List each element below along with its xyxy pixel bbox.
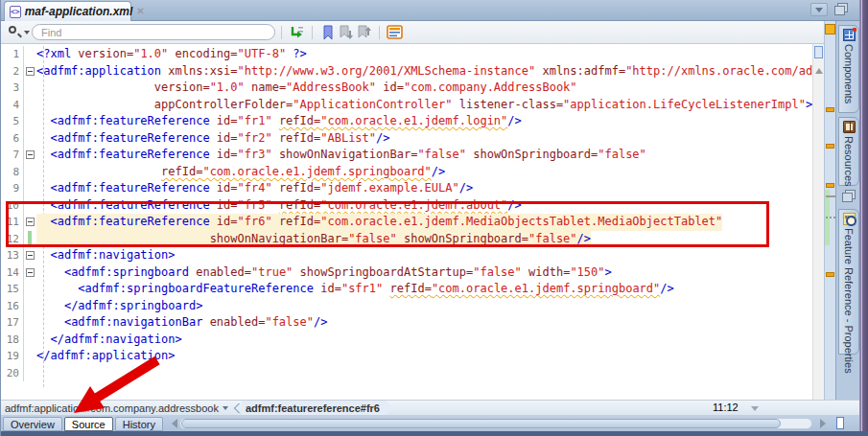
xml-file-icon: <>: [10, 6, 21, 18]
tab-overview[interactable]: Overview: [3, 417, 62, 431]
find-input[interactable]: [32, 24, 275, 40]
code-line[interactable]: 6 <adfmf:featureReference id="fr2" refId…: [1, 130, 812, 148]
warning-marker[interactable]: [826, 183, 834, 188]
toggle-bookmark-icon[interactable]: [318, 23, 337, 41]
fold-collapse-icon[interactable]: [26, 268, 35, 277]
resources-icon: [843, 121, 856, 133]
code-line[interactable]: 10 <adfmf:featureReference id="fr5" refI…: [1, 197, 812, 215]
line-number: 14: [1, 264, 24, 282]
line-number: 12: [1, 231, 24, 248]
horizontal-scrollbar[interactable]: [167, 417, 844, 429]
breadcrumb-item[interactable]: adfmf:featurereference#fr6: [242, 401, 393, 415]
highlight-occurrences-icon[interactable]: [386, 23, 404, 41]
scroll-left-icon[interactable]: [167, 419, 177, 428]
dock-tab-resources[interactable]: Resources: [838, 117, 859, 186]
close-tab-icon[interactable]: ✕: [136, 7, 144, 16]
fold-collapse-icon[interactable]: [26, 218, 35, 226]
document-tab[interactable]: <> maf-application.xml ✕: [4, 1, 131, 21]
line-number: 16: [1, 298, 24, 315]
document-tab-title: maf-application.xml: [25, 5, 133, 18]
fold-gutter[interactable]: [24, 147, 36, 164]
file-status-marker[interactable]: [825, 24, 835, 34]
tab-history[interactable]: History: [115, 417, 163, 431]
tab-source[interactable]: Source: [64, 417, 113, 431]
overview-ruler[interactable]: [824, 21, 835, 400]
fold-collapse-icon[interactable]: [26, 150, 35, 159]
code-lines: 1<?xml version="1.0" encoding="UTF-8" ?>…: [1, 46, 812, 381]
caret-position-marker: [826, 195, 835, 197]
code-line[interactable]: 4 appControllerFolder="ApplicationContro…: [1, 97, 812, 114]
fold-gutter[interactable]: [24, 247, 36, 264]
previous-bookmark-icon[interactable]: [355, 23, 373, 41]
breadcrumb-label: adfmf:featurereference#fr6: [246, 402, 380, 414]
warning-marker[interactable]: [826, 107, 834, 112]
fold-gutter[interactable]: [24, 214, 36, 231]
fold-gutter[interactable]: [24, 264, 36, 282]
code-line[interactable]: 8 refId="com.oracle.e1.jdemf.springboard…: [1, 164, 812, 181]
breadcrumb-dropdown-icon[interactable]: [223, 406, 228, 413]
next-bookmark-icon[interactable]: [337, 23, 355, 41]
horizontal-scrollbar-track[interactable]: [179, 418, 812, 429]
vertical-scrollbar[interactable]: [812, 44, 824, 400]
code-line[interactable]: 16 </adfmf:springboard>: [1, 298, 812, 315]
line-number: 6: [1, 130, 24, 148]
line-number: 13: [1, 247, 24, 264]
dock-tab-feature-reference-properties[interactable]: Feature Reference - Properties: [838, 209, 859, 355]
go-to-last-edit-icon[interactable]: [288, 23, 306, 41]
code-line[interactable]: 20: [1, 365, 812, 382]
code-line[interactable]: 5 <adfmf:featureReference id="fr1" refId…: [1, 113, 812, 130]
breadcrumb-item[interactable]: adfmf:application#com.company.addressboo…: [1, 401, 232, 415]
right-dock-tab-strip: ComponentsResourcesFeature Reference - P…: [835, 21, 859, 431]
window-bottom-edge: [1, 431, 868, 436]
line-number: 5: [1, 113, 24, 130]
dock-tab-components[interactable]: Components: [838, 25, 859, 113]
code-line[interactable]: 2<adfmf:application xmlns:xsi="http://ww…: [1, 63, 812, 80]
code-line[interactable]: 1<?xml version="1.0" encoding="UTF-8" ?>: [1, 46, 812, 63]
code-line[interactable]: 9 <adfmf:featureReference id="fr4" refId…: [1, 180, 812, 197]
fold-gutter[interactable]: [24, 63, 36, 80]
find-toolbar: [1, 21, 824, 44]
docked-panel-edge[interactable]: [859, 0, 868, 431]
dock-tab-label: Feature Reference - Properties: [843, 228, 855, 374]
code-line[interactable]: 18 </adfmf:navigation>: [1, 332, 812, 349]
code-line[interactable]: 11 <adfmf:featureReference id="fr6" refI…: [1, 214, 812, 231]
float-editor-icon[interactable]: [834, 3, 848, 15]
tab-list-dropdown-button[interactable]: [810, 3, 828, 16]
fold-gutter: [24, 298, 36, 315]
search-dropdown-icon[interactable]: [7, 25, 32, 40]
fold-gutter: [24, 365, 36, 382]
code-line[interactable]: 3 version="1.0" name="AddressBook" id="c…: [1, 80, 812, 97]
warning-marker[interactable]: [826, 272, 834, 277]
scroll-up-icon[interactable]: [815, 64, 823, 74]
fold-collapse-icon[interactable]: [26, 251, 35, 260]
code-line[interactable]: 14 <adfmf:springboard enabled="true" sho…: [1, 264, 812, 282]
code-line[interactable]: 15 <adfmf:springboardFeatureReference id…: [1, 281, 812, 298]
scroll-right-icon[interactable]: [820, 419, 831, 428]
fold-collapse-icon[interactable]: [26, 67, 35, 76]
fold-gutter: [24, 113, 36, 130]
caret-position-status: 11:12: [713, 402, 739, 413]
code-line[interactable]: 13 <adfmf:navigation>: [1, 247, 812, 264]
fold-gutter: [24, 332, 36, 349]
code-line[interactable]: 17 <adfmf:navigationBar enabled="false"/…: [1, 314, 812, 332]
status-dropdown-icon[interactable]: [751, 406, 759, 415]
fold-gutter: [24, 348, 36, 365]
line-number: 20: [1, 365, 24, 382]
fold-gutter: [24, 314, 36, 332]
editor-view-tabs: OverviewSourceHistory: [1, 415, 859, 431]
properties-icon: [843, 213, 856, 225]
components-icon: [843, 29, 856, 41]
code-editor[interactable]: 1<?xml version="1.0" encoding="UTF-8" ?>…: [1, 44, 812, 400]
line-number: 15: [1, 281, 24, 298]
warning-marker[interactable]: [826, 144, 834, 149]
line-number: 2: [1, 63, 24, 80]
code-line[interactable]: 12 showOnNavigationBar="false" showOnSpr…: [1, 231, 812, 248]
line-number: 9: [1, 180, 24, 197]
horizontal-scrollbar-thumb[interactable]: [181, 419, 781, 428]
vertical-scrollbar-thumb[interactable]: [814, 46, 823, 58]
scrollbar-grip[interactable]: [836, 417, 844, 429]
line-number: 8: [1, 164, 24, 181]
float-panel-icon[interactable]: [842, 190, 856, 202]
code-line[interactable]: 7 <adfmf:featureReference id="fr3" showO…: [1, 147, 812, 164]
code-line[interactable]: 19</adfmf:application>: [1, 348, 812, 365]
